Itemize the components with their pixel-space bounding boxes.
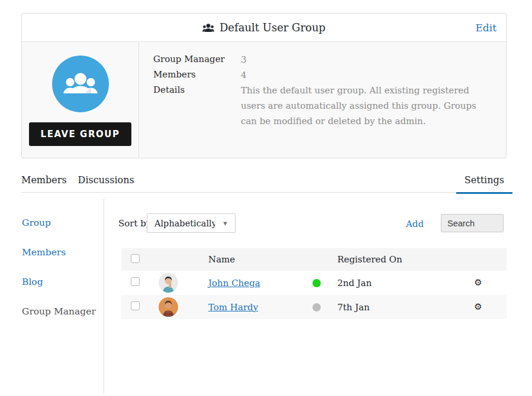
group-title: Default User Group [202, 21, 325, 34]
select-all-checkbox[interactable] [131, 254, 140, 263]
sidebar-item-members[interactable]: Members [22, 247, 99, 258]
field-label: Details [153, 83, 241, 129]
members-table: Name Registered On [121, 248, 507, 319]
gear-icon[interactable]: ⚙ [474, 303, 482, 311]
field-label: Group Manager [153, 52, 241, 67]
member-name-link[interactable]: Tom Hardy [208, 302, 258, 313]
table-header-row: Name Registered On [121, 248, 507, 271]
caret-box: ▾ [215, 217, 235, 229]
row-checkbox[interactable] [131, 277, 140, 286]
status-dot-online [312, 279, 321, 287]
group-card-left-panel: LEAVE GROUP [22, 42, 139, 158]
registered-on-value: 2nd Jan [331, 278, 450, 288]
tab-members[interactable]: Members [21, 174, 67, 186]
tab-settings-label: Settings [465, 174, 504, 186]
active-tab-underline [456, 192, 512, 194]
tab-settings[interactable]: Settings [456, 167, 512, 193]
sort-dropdown-value: Alphabetically A [147, 219, 215, 228]
avatar [159, 273, 178, 293]
add-member-link[interactable]: Add [406, 219, 424, 229]
group-info-fields: Group Manager 3 Members 4 Details This t… [139, 42, 506, 158]
column-header-registered-on: Registered On [331, 254, 450, 265]
settings-sidebar: Group Members Blog Group Manager [22, 218, 99, 336]
search-input[interactable] [441, 214, 504, 232]
sidebar-item-group-manager[interactable]: Group Manager [22, 306, 99, 317]
field-value: 4 [241, 67, 247, 83]
table-row: John Chega 2nd Jan ⚙ [121, 271, 507, 295]
sidebar-divider [104, 199, 104, 394]
gear-icon[interactable]: ⚙ [474, 278, 482, 287]
group-avatar-icon [52, 56, 109, 112]
page-title: Default User Group [220, 21, 325, 34]
users-icon [202, 23, 214, 33]
group-card-body: LEAVE GROUP Group Manager 3 Members 4 De… [22, 42, 506, 158]
field-members: Members 4 [153, 67, 492, 83]
avatar [159, 297, 178, 317]
status-dot-offline [312, 303, 321, 311]
row-checkbox[interactable] [131, 301, 140, 310]
field-details: Details This the default user group. All… [153, 83, 492, 129]
chevron-down-icon: ▾ [223, 219, 227, 228]
member-name-link[interactable]: John Chega [208, 278, 260, 288]
sidebar-item-group[interactable]: Group [22, 218, 99, 228]
field-value: This the default user group. All existin… [241, 83, 492, 129]
column-header-name: Name [205, 254, 302, 265]
field-group-manager: Group Manager 3 [153, 52, 492, 67]
sort-dropdown[interactable]: Alphabetically A ▾ [147, 213, 236, 233]
field-value: 3 [241, 52, 247, 67]
group-card: Default User Group Edit LEAVE GROUP [21, 13, 507, 158]
header-checkbox-cell [121, 254, 149, 265]
edit-link[interactable]: Edit [475, 14, 496, 42]
tabs-bar: Members Discussions Settings [21, 167, 512, 193]
registered-on-value: 7th Jan [331, 302, 450, 313]
table-row: Tom Hardy 7th Jan ⚙ [121, 295, 507, 319]
leave-group-button[interactable]: LEAVE GROUP [29, 122, 132, 146]
sidebar-item-blog[interactable]: Blog [22, 277, 99, 287]
field-label: Members [153, 67, 241, 83]
group-card-header: Default User Group Edit [22, 14, 506, 42]
tab-discussions[interactable]: Discussions [78, 174, 134, 186]
